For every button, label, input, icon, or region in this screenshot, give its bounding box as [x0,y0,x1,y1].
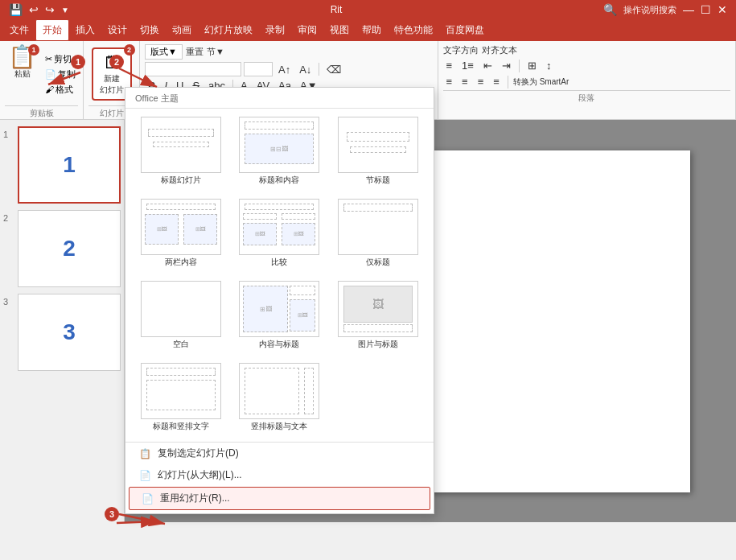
layout-title-content[interactable]: ⊞⊟🖼 标题和内容 [233,113,325,189]
menu-item-slideshow[interactable]: 幻灯片放映 [198,20,259,40]
text-direction-btn[interactable]: 文字方向 [443,44,479,56]
font-name-box[interactable] [145,62,241,76]
smartart-btn[interactable]: 转换为 SmartAr [513,76,569,88]
font-size-box[interactable] [244,62,273,76]
minimize-btn[interactable]: — [680,2,697,18]
align-center-btn[interactable]: ≡ [458,75,471,89]
duplicate-icon: 📋 [138,447,151,460]
layout-comparison[interactable]: ⊞🖼 ⊞🖼 比较 [233,196,325,271]
align-text-btn[interactable]: 对齐文本 [482,44,517,56]
outline-label: 幻灯片(从大纲)(L)... [158,468,242,482]
menu-item-review[interactable]: 审阅 [291,20,323,40]
paragraph-group: 文字方向 对齐文本 ≡ 1≡ ⇤ ⇥ ⊞ ↕ ≡ ≡ ≡ ≡ 转换为 Smart… [438,41,737,119]
reuse-label: 重用幻灯片(R)... [160,492,230,505]
menu-item-help[interactable]: 帮助 [356,20,388,40]
layout-title-only[interactable]: 仅标题 [332,196,424,271]
layout-vert-content[interactable]: 竖排标题与文本 [233,360,325,435]
format-painter-label: 格式 [56,84,73,96]
menu-item-animation[interactable]: 动画 [166,20,198,40]
layout-thumb-section [338,117,418,173]
slide-thumb-1[interactable]: 1 [18,126,121,204]
menu-item-record[interactable]: 录制 [259,20,291,40]
menu-item-baidu[interactable]: 百度网盘 [439,20,491,40]
copy-icon: 📄 [45,69,56,80]
menu-item-transition[interactable]: 切换 [134,20,166,40]
layout-label-vert-content: 竖排标题与文本 [251,421,307,432]
layout-thumb-two-col: ⊞🖼 ⊞🖼 [141,199,221,255]
menu-item-view[interactable]: 视图 [323,20,356,40]
outline-icon: 📄 [138,469,151,482]
qat-undo[interactable]: ↩ [27,2,41,18]
new-slide-dropdown: Office 主题 标题幻灯片 ⊞⊟🖼 标题和内容 [125,87,434,514]
layout-content-caption[interactable]: ⊞🖼 ⊞🖼 内容与标题 [233,278,325,353]
layout-thumb-comparison: ⊞🖼 ⊞🖼 [239,199,319,255]
indent-decrease-btn[interactable]: ⇤ [480,59,495,72]
badge-2: 2 [124,44,135,56]
col-btn[interactable]: ⊞ [524,59,540,72]
font-increase-btn[interactable]: A↑ [275,63,294,76]
layout-label-content-caption: 内容与标题 [259,339,299,350]
layout-label-section-header: 节标题 [366,175,390,186]
menu-item-file[interactable]: 文件 [3,20,35,40]
slide-thumb-row-2: 2 2 [3,210,121,287]
format-painter-button[interactable]: 🖌 格式 [43,83,78,97]
reset-btn[interactable]: 重置 [186,46,204,58]
bullet-btn[interactable]: ≡ [443,59,456,72]
paste-label: 粘贴 [14,68,31,80]
indent-increase-btn[interactable]: ⇥ [499,59,514,72]
number-btn[interactable]: 1≡ [458,59,477,72]
layout-label-picture-caption: 图片与标题 [358,339,398,350]
format-top-row: 版式▼ 重置 节▼ [145,44,433,60]
qat-redo[interactable]: ↪ [43,2,57,18]
menu-item-home[interactable]: 开始 [35,19,69,41]
menu-item-insert[interactable]: 插入 [69,20,101,40]
layout-label-comparison: 比较 [271,257,287,268]
cut-label: 剪切 [54,53,72,65]
layout-title-slide[interactable]: 标题幻灯片 [135,113,227,189]
qat-dropdown[interactable]: ▼ [59,4,72,16]
cut-button[interactable]: ✂ 剪切 [43,52,78,66]
layout-label-title-only: 仅标题 [366,257,390,268]
font-decrease-btn[interactable]: A↓ [296,63,315,76]
new-slide-icon: 🗒 [103,52,121,73]
dropdown-item-from-outline[interactable]: 📄 幻灯片(从大纲)(L)... [125,464,434,486]
clear-format-btn[interactable]: ⌫ [323,63,344,76]
layout-vert-title-text[interactable]: 标题和竖排文字 [135,360,227,435]
window-title: Rit [331,4,343,15]
layout-label-title-slide: 标题幻灯片 [161,175,201,186]
layout-section-header[interactable]: 节标题 [332,113,424,189]
justify-btn[interactable]: ≡ [490,75,503,89]
copy-button[interactable]: 📄 复制 [43,68,78,81]
layout-two-content[interactable]: ⊞🖼 ⊞🖼 两栏内容 [135,196,227,271]
paste-button[interactable]: 📋 粘贴 1 [5,44,39,104]
line-spacing-btn[interactable]: ↕ [543,59,555,72]
close-btn[interactable]: ✕ [715,2,730,18]
layout-thumb-title [141,117,221,173]
layout-picture-caption[interactable]: 🖼 图片与标题 [332,278,424,353]
new-slide-label: 新建 幻灯片 [100,73,124,96]
qat-save[interactable]: 💾 [6,2,25,18]
maximize-btn[interactable]: ☐ [698,2,713,18]
dropdown-item-duplicate[interactable]: 📋 复制选定幻灯片(D) [125,443,434,464]
layout-thumb-vert-content [239,363,319,419]
menu-item-design[interactable]: 设计 [101,20,134,40]
layout-btn[interactable]: 版式▼ [145,44,183,60]
align-right-btn[interactable]: ≡ [475,75,487,89]
menu-item-feature[interactable]: 特色功能 [388,20,439,40]
layout-blank[interactable]: 空白 [135,278,227,353]
slide-thumb-3[interactable]: 3 [18,294,121,371]
clipboard-label: 剪贴板 [5,105,78,119]
layout-thumb-title-content: ⊞⊟🖼 [239,117,319,173]
layout-label-vert-title: 标题和竖排文字 [153,421,209,432]
layout-label-two-content: 两栏内容 [165,257,197,268]
layout-thumb-content-caption: ⊞🖼 ⊞🖼 [239,281,319,337]
section-btn[interactable]: 节▼ [207,46,224,58]
search-label[interactable]: 操作说明搜索 [621,2,679,18]
slide-thumb-2[interactable]: 2 [18,210,121,287]
clipboard-content: 📋 粘贴 1 ✂ 剪切 📄 复制 🖌 格式 [5,44,78,104]
align-left-btn[interactable]: ≡ [443,75,456,89]
duplicate-label: 复制选定幻灯片(D) [158,447,239,460]
search-icon[interactable]: 🔍 [601,2,619,18]
layout-thumb-vert-title [141,363,221,419]
dropdown-item-reuse[interactable]: 📄 重用幻灯片(R)... [129,487,430,510]
